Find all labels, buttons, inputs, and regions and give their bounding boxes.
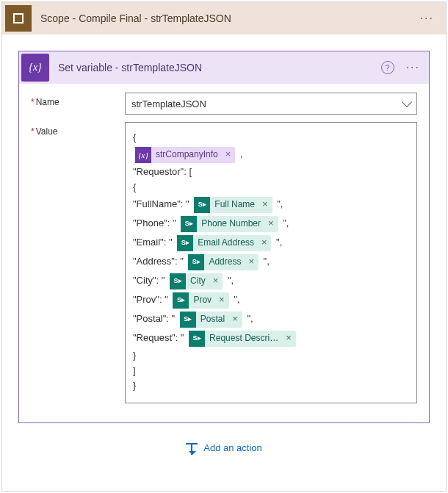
close-icon[interactable]: ×	[244, 256, 259, 268]
token-postal[interactable]: S▸ Postal ×	[180, 312, 242, 328]
token-prov[interactable]: S▸ Prov ×	[173, 292, 228, 309]
sharepoint-icon: S▸	[189, 331, 205, 347]
sharepoint-icon: S▸	[181, 216, 197, 232]
add-action-label: Add an action	[203, 442, 262, 453]
set-variable-card: {x} Set variable - strTemplateJSON ? ···…	[18, 51, 430, 423]
add-action-icon	[186, 443, 198, 453]
scope-icon	[5, 5, 32, 32]
close-icon[interactable]: ×	[258, 198, 272, 211]
name-value: strTemplateJSON	[131, 98, 206, 109]
close-icon[interactable]: ×	[209, 275, 223, 287]
sharepoint-icon: S▸	[194, 197, 210, 213]
value-row: *Value { {x} strCompanyInfo × , "Request…	[31, 122, 417, 403]
token-city[interactable]: S▸ City ×	[170, 273, 223, 289]
action-menu-button[interactable]: ···	[402, 61, 424, 74]
token-email[interactable]: S▸ Email Address ×	[177, 235, 271, 251]
token-address[interactable]: S▸ Address ×	[188, 254, 259, 270]
close-icon[interactable]: ×	[228, 313, 242, 325]
name-row: *Name strTemplateJSON	[31, 93, 417, 115]
help-icon[interactable]: ?	[381, 61, 394, 74]
close-icon[interactable]: ×	[221, 148, 236, 161]
name-label: *Name	[31, 93, 125, 107]
scope-card: Scope - Compile Final - strTemplateJSON …	[1, 1, 447, 492]
add-action-button[interactable]: Add an action	[18, 442, 430, 453]
variable-icon: {x}	[21, 54, 49, 82]
set-variable-title: Set variable - strTemplateJSON	[58, 62, 381, 73]
sharepoint-icon: S▸	[177, 235, 193, 251]
sharepoint-icon: S▸	[170, 273, 186, 289]
value-label: *Value	[31, 122, 125, 137]
variable-token-icon: {x}	[135, 147, 151, 163]
token-fullname[interactable]: S▸ Full Name ×	[194, 197, 272, 213]
chevron-down-icon	[402, 97, 412, 107]
value-editor[interactable]: { {x} strCompanyInfo × , "Requestor": [ …	[125, 122, 417, 403]
form-area: *Name strTemplateJSON *Value { {x} strC	[19, 84, 429, 422]
token-phone[interactable]: S▸ Phone Number ×	[181, 216, 278, 232]
scope-menu-button[interactable]: ···	[416, 12, 438, 25]
sharepoint-icon: S▸	[180, 312, 196, 328]
scope-title: Scope - Compile Final - strTemplateJSON	[40, 12, 416, 24]
sharepoint-icon: S▸	[188, 254, 204, 270]
name-select[interactable]: strTemplateJSON	[125, 93, 417, 115]
token-request[interactable]: S▸ Request Descri… ×	[189, 331, 296, 347]
close-icon[interactable]: ×	[264, 217, 278, 230]
token-strcompanyinfo[interactable]: {x} strCompanyInfo ×	[135, 147, 235, 163]
scope-body: {x} Set variable - strTemplateJSON ? ···…	[2, 35, 446, 467]
set-variable-header[interactable]: {x} Set variable - strTemplateJSON ? ···	[19, 51, 429, 84]
close-icon[interactable]: ×	[281, 332, 296, 345]
sharepoint-icon: S▸	[173, 292, 189, 309]
scope-header[interactable]: Scope - Compile Final - strTemplateJSON …	[2, 2, 446, 35]
close-icon[interactable]: ×	[214, 294, 229, 306]
close-icon[interactable]: ×	[257, 237, 272, 249]
